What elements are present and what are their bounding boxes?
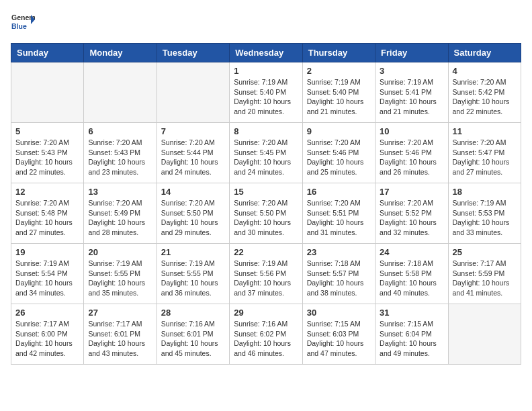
empty-cell [11,62,84,123]
day-cell-12: 12Sunrise: 7:20 AMSunset: 5:48 PMDayligh… [11,183,84,244]
day-info: Sunrise: 7:19 AMSunset: 5:41 PMDaylight:… [380,77,443,117]
day-info: Sunrise: 7:15 AMSunset: 6:03 PMDaylight:… [307,319,371,359]
day-number: 26 [15,308,79,318]
day-cell-30: 30Sunrise: 7:15 AMSunset: 6:03 PMDayligh… [302,304,375,365]
day-number: 29 [234,308,298,318]
day-number: 13 [88,187,152,197]
day-number: 31 [380,308,443,318]
day-number: 15 [234,187,298,197]
day-number: 4 [453,66,517,76]
day-number: 17 [380,187,443,197]
day-info: Sunrise: 7:19 AMSunset: 5:56 PMDaylight:… [234,259,298,298]
day-info: Sunrise: 7:20 AMSunset: 5:50 PMDaylight:… [161,198,225,238]
day-cell-22: 22Sunrise: 7:19 AMSunset: 5:56 PMDayligh… [230,244,302,304]
day-number: 20 [88,247,152,257]
day-info: Sunrise: 7:17 AMSunset: 5:59 PMDaylight:… [453,259,517,298]
day-cell-20: 20Sunrise: 7:19 AMSunset: 5:55 PMDayligh… [84,244,157,304]
day-cell-28: 28Sunrise: 7:16 AMSunset: 6:01 PMDayligh… [157,304,229,365]
day-info: Sunrise: 7:20 AMSunset: 5:43 PMDaylight:… [88,138,152,177]
day-info: Sunrise: 7:20 AMSunset: 5:45 PMDaylight:… [234,138,298,177]
day-cell-13: 13Sunrise: 7:20 AMSunset: 5:49 PMDayligh… [84,183,157,244]
week-row-5: 26Sunrise: 7:17 AMSunset: 6:00 PMDayligh… [11,304,521,365]
day-number: 8 [234,126,298,136]
day-cell-14: 14Sunrise: 7:20 AMSunset: 5:50 PMDayligh… [157,183,229,244]
column-header-monday: Monday [84,44,157,62]
day-cell-24: 24Sunrise: 7:18 AMSunset: 5:58 PMDayligh… [375,244,448,304]
day-info: Sunrise: 7:19 AMSunset: 5:55 PMDaylight:… [161,259,225,298]
day-number: 14 [161,187,225,197]
day-cell-19: 19Sunrise: 7:19 AMSunset: 5:54 PMDayligh… [11,244,84,304]
day-info: Sunrise: 7:20 AMSunset: 5:51 PMDaylight:… [307,198,371,238]
week-row-4: 19Sunrise: 7:19 AMSunset: 5:54 PMDayligh… [11,244,521,304]
day-cell-15: 15Sunrise: 7:20 AMSunset: 5:50 PMDayligh… [230,183,302,244]
day-info: Sunrise: 7:19 AMSunset: 5:54 PMDaylight:… [15,259,79,298]
day-cell-4: 4Sunrise: 7:20 AMSunset: 5:42 PMDaylight… [448,62,521,123]
day-cell-18: 18Sunrise: 7:19 AMSunset: 5:53 PMDayligh… [448,183,521,244]
day-number: 2 [307,66,371,76]
day-info: Sunrise: 7:20 AMSunset: 5:49 PMDaylight:… [88,198,152,238]
empty-cell [157,62,229,123]
day-cell-23: 23Sunrise: 7:18 AMSunset: 5:57 PMDayligh… [302,244,375,304]
logo: General Blue [11,11,35,35]
day-number: 18 [453,187,517,197]
day-info: Sunrise: 7:17 AMSunset: 6:00 PMDaylight:… [15,319,79,359]
day-info: Sunrise: 7:20 AMSunset: 5:52 PMDaylight:… [380,198,443,238]
day-number: 30 [307,308,371,318]
day-cell-6: 6Sunrise: 7:20 AMSunset: 5:43 PMDaylight… [84,123,157,183]
day-info: Sunrise: 7:18 AMSunset: 5:58 PMDaylight:… [380,259,443,298]
day-info: Sunrise: 7:20 AMSunset: 5:50 PMDaylight:… [234,198,298,238]
day-info: Sunrise: 7:20 AMSunset: 5:47 PMDaylight:… [453,138,517,177]
day-info: Sunrise: 7:19 AMSunset: 5:53 PMDaylight:… [453,198,517,238]
page-header: General Blue [11,11,521,35]
day-number: 6 [88,126,152,136]
day-cell-7: 7Sunrise: 7:20 AMSunset: 5:44 PMDaylight… [157,123,229,183]
day-info: Sunrise: 7:17 AMSunset: 6:01 PMDaylight:… [88,319,152,359]
logo-svg: General Blue [11,11,35,35]
day-number: 22 [234,247,298,257]
day-cell-27: 27Sunrise: 7:17 AMSunset: 6:01 PMDayligh… [84,304,157,365]
day-number: 25 [453,247,517,257]
day-number: 3 [380,66,443,76]
day-info: Sunrise: 7:19 AMSunset: 5:40 PMDaylight:… [307,77,371,117]
day-number: 5 [15,126,79,136]
day-cell-2: 2Sunrise: 7:19 AMSunset: 5:40 PMDaylight… [302,62,375,123]
day-cell-3: 3Sunrise: 7:19 AMSunset: 5:41 PMDaylight… [375,62,448,123]
day-number: 11 [453,126,517,136]
column-header-saturday: Saturday [448,44,521,62]
calendar-table: SundayMondayTuesdayWednesdayThursdayFrid… [11,43,521,365]
calendar-header-row: SundayMondayTuesdayWednesdayThursdayFrid… [11,44,521,62]
column-header-wednesday: Wednesday [230,44,302,62]
svg-text:Blue: Blue [11,22,27,30]
day-number: 27 [88,308,152,318]
day-number: 19 [15,247,79,257]
day-info: Sunrise: 7:20 AMSunset: 5:48 PMDaylight:… [15,198,79,238]
day-cell-31: 31Sunrise: 7:15 AMSunset: 6:04 PMDayligh… [375,304,448,365]
day-cell-26: 26Sunrise: 7:17 AMSunset: 6:00 PMDayligh… [11,304,84,365]
column-header-sunday: Sunday [11,44,84,62]
day-cell-8: 8Sunrise: 7:20 AMSunset: 5:45 PMDaylight… [230,123,302,183]
day-number: 23 [307,247,371,257]
day-cell-25: 25Sunrise: 7:17 AMSunset: 5:59 PMDayligh… [448,244,521,304]
column-header-tuesday: Tuesday [157,44,229,62]
day-info: Sunrise: 7:20 AMSunset: 5:44 PMDaylight:… [161,138,225,177]
day-cell-10: 10Sunrise: 7:20 AMSunset: 5:46 PMDayligh… [375,123,448,183]
day-info: Sunrise: 7:18 AMSunset: 5:57 PMDaylight:… [307,259,371,298]
day-info: Sunrise: 7:16 AMSunset: 6:02 PMDaylight:… [234,319,298,359]
column-header-friday: Friday [375,44,448,62]
day-cell-17: 17Sunrise: 7:20 AMSunset: 5:52 PMDayligh… [375,183,448,244]
day-info: Sunrise: 7:20 AMSunset: 5:42 PMDaylight:… [453,77,517,117]
day-number: 1 [234,66,298,76]
day-number: 7 [161,126,225,136]
day-cell-16: 16Sunrise: 7:20 AMSunset: 5:51 PMDayligh… [302,183,375,244]
week-row-3: 12Sunrise: 7:20 AMSunset: 5:48 PMDayligh… [11,183,521,244]
day-cell-29: 29Sunrise: 7:16 AMSunset: 6:02 PMDayligh… [230,304,302,365]
day-info: Sunrise: 7:19 AMSunset: 5:40 PMDaylight:… [234,77,298,117]
day-info: Sunrise: 7:16 AMSunset: 6:01 PMDaylight:… [161,319,225,359]
day-info: Sunrise: 7:20 AMSunset: 5:46 PMDaylight:… [307,138,371,177]
day-info: Sunrise: 7:20 AMSunset: 5:46 PMDaylight:… [380,138,443,177]
day-cell-5: 5Sunrise: 7:20 AMSunset: 5:43 PMDaylight… [11,123,84,183]
day-info: Sunrise: 7:15 AMSunset: 6:04 PMDaylight:… [380,319,443,359]
day-number: 12 [15,187,79,197]
day-number: 28 [161,308,225,318]
week-row-1: 1Sunrise: 7:19 AMSunset: 5:40 PMDaylight… [11,62,521,123]
